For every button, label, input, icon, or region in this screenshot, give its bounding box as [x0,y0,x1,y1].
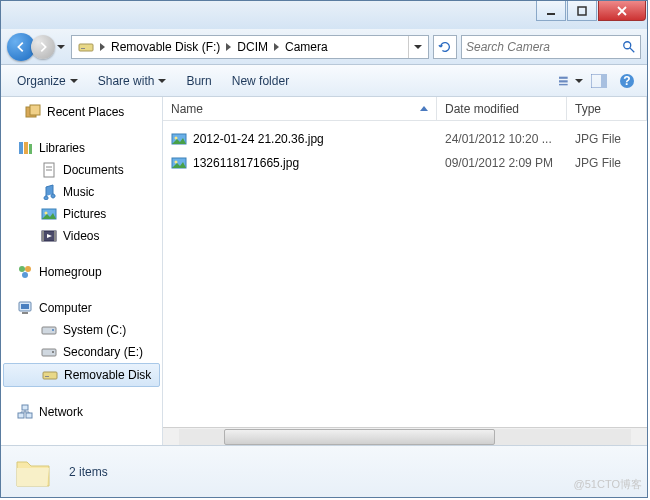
svg-rect-24 [42,231,44,241]
search-input[interactable] [466,40,622,54]
svg-rect-2 [79,44,93,51]
svg-point-26 [19,266,25,272]
file-type: JPG File [567,130,647,148]
file-type: JPG File [567,154,647,172]
col-type[interactable]: Type [567,97,647,120]
col-date[interactable]: Date modified [437,97,567,120]
breadcrumb-sep[interactable] [272,40,281,54]
refresh-button[interactable] [433,35,457,59]
svg-rect-30 [21,304,29,309]
svg-rect-3 [81,48,85,49]
title-bar [1,1,647,29]
svg-rect-16 [24,142,28,154]
file-view: Name Date modified Type 2012-01-24 21.20… [163,97,647,445]
breadcrumb-sep[interactable] [224,40,233,54]
view-button[interactable] [559,69,583,93]
sidebar-homegroup[interactable]: Homegroup [1,261,162,283]
removable-icon [42,367,58,383]
svg-rect-38 [18,413,24,418]
forward-button[interactable] [31,35,55,59]
sidebar-recent[interactable]: Recent Places [1,101,162,123]
navigation-pane[interactable]: Recent Places Libraries Documents Music … [1,97,163,445]
sidebar-music[interactable]: Music [1,181,162,203]
watermark: @51CTO博客 [574,477,642,492]
svg-point-35 [52,351,54,353]
search-box[interactable] [461,35,641,59]
svg-rect-31 [22,312,28,314]
close-button[interactable] [598,1,646,21]
details-pane: 2 items [1,445,647,497]
breadcrumb-1[interactable]: DCIM [233,38,272,56]
horizontal-scrollbar[interactable] [163,427,647,445]
documents-icon [41,162,57,178]
computer-icon [17,300,33,316]
nav-buttons [7,33,67,61]
svg-rect-6 [559,76,568,78]
svg-rect-15 [19,142,23,154]
svg-rect-8 [559,83,568,84]
preview-pane-button[interactable] [587,69,611,93]
sidebar-pictures[interactable]: Pictures [1,203,162,225]
address-bar[interactable]: Removable Disk (F:) DCIM Camera [71,35,429,59]
network-icon [17,404,33,420]
scroll-track[interactable] [179,429,631,445]
svg-rect-14 [30,105,40,115]
file-name: 1326118171665.jpg [193,156,299,170]
item-count: 2 items [69,465,108,479]
address-dropdown[interactable] [408,36,426,58]
libraries-icon [17,140,33,156]
music-icon [41,184,57,200]
svg-point-28 [22,272,28,278]
minimize-button[interactable] [536,1,566,21]
file-list[interactable]: 2012-01-24 21.20.36.jpg 24/01/2012 10:20… [163,121,647,427]
svg-rect-34 [42,349,56,356]
maximize-button[interactable] [567,1,597,21]
svg-point-4 [624,41,631,48]
share-button[interactable]: Share with [90,70,175,92]
svg-text:?: ? [623,74,630,88]
disk-icon [41,322,57,338]
help-button[interactable]: ? [615,69,639,93]
sidebar-secondary-e[interactable]: Secondary (E:) [1,341,162,363]
breadcrumb-0[interactable]: Removable Disk (F:) [107,38,224,56]
file-row[interactable]: 1326118171665.jpg 09/01/2012 2:09 PM JPG… [163,151,647,175]
svg-rect-17 [29,144,32,154]
sidebar-computer[interactable]: Computer [1,297,162,319]
organize-button[interactable]: Organize [9,70,86,92]
image-file-icon [171,155,187,171]
file-row[interactable]: 2012-01-24 21.20.36.jpg 24/01/2012 10:20… [163,127,647,151]
sidebar-network[interactable]: Network [1,401,162,423]
recent-icon [25,104,41,120]
explorer-window: Removable Disk (F:) DCIM Camera Organize… [0,0,648,498]
videos-icon [41,228,57,244]
svg-rect-39 [26,413,32,418]
file-name: 2012-01-24 21.20.36.jpg [193,132,324,146]
svg-rect-32 [42,327,56,334]
sidebar-removable-f[interactable]: Removable Disk [3,363,160,387]
burn-button[interactable]: Burn [178,70,219,92]
history-dropdown[interactable] [55,37,67,57]
pictures-icon [41,206,57,222]
svg-rect-36 [43,372,57,379]
col-name[interactable]: Name [163,97,437,120]
navigation-row: Removable Disk (F:) DCIM Camera [1,29,647,65]
sidebar-documents[interactable]: Documents [1,159,162,181]
column-headers: Name Date modified Type [163,97,647,121]
image-file-icon [171,131,187,147]
search-icon[interactable] [622,40,636,54]
sidebar-system-c[interactable]: System (C:) [1,319,162,341]
sidebar-libraries[interactable]: Libraries [1,137,162,159]
breadcrumb-root-sep[interactable] [98,40,107,54]
svg-line-5 [630,47,634,51]
newfolder-button[interactable]: New folder [224,70,297,92]
scroll-thumb[interactable] [224,429,495,445]
svg-point-33 [52,329,54,331]
breadcrumb-2[interactable]: Camera [281,38,332,56]
file-date: 09/01/2012 2:09 PM [437,154,567,172]
body: Recent Places Libraries Documents Music … [1,97,647,445]
svg-rect-1 [578,7,586,15]
homegroup-icon [17,264,33,280]
file-date: 24/01/2012 10:20 ... [437,130,567,148]
svg-rect-0 [547,13,555,15]
sidebar-videos[interactable]: Videos [1,225,162,247]
